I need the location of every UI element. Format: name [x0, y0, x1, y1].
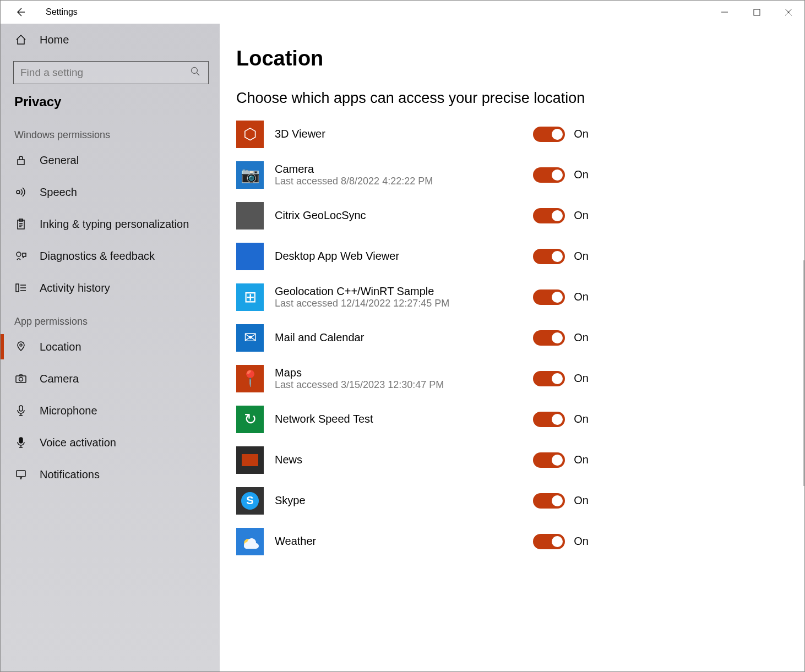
feedback-icon [14, 250, 28, 262]
app-icon: ✉ [236, 324, 264, 352]
toggle-cell: On [533, 330, 589, 346]
app-icon [236, 243, 264, 270]
svg-rect-7 [16, 284, 19, 292]
toggle-switch[interactable] [533, 249, 565, 264]
titlebar: Settings [1, 1, 804, 24]
app-info: News [275, 454, 533, 466]
sidebar-item-general[interactable]: General [2, 144, 220, 176]
maximize-button[interactable] [741, 1, 773, 24]
toggle-switch[interactable] [533, 371, 565, 386]
main-content: Location Choose which apps can access yo… [220, 24, 804, 671]
app-row: ⬡3D ViewerOn [236, 120, 589, 149]
toggle-switch[interactable] [533, 167, 565, 183]
toggle-switch[interactable] [533, 127, 565, 142]
app-row: 📍MapsLast accessed 3/15/2023 12:30:47 PM… [236, 364, 589, 393]
toggle-cell: On [533, 534, 589, 549]
svg-rect-12 [19, 438, 23, 443]
app-row: ⊞Geolocation C++/WinRT SampleLast access… [236, 283, 589, 312]
page-title: Location [236, 47, 791, 70]
app-name: Mail and Calendar [275, 331, 533, 344]
search-box[interactable] [13, 61, 209, 84]
app-info: Skype [275, 494, 533, 507]
toggle-switch[interactable] [533, 412, 565, 427]
app-last-accessed: Last accessed 8/8/2022 4:22:22 PM [275, 176, 533, 187]
toggle-cell: On [533, 493, 589, 509]
sidebar-home[interactable]: Home [2, 24, 220, 56]
toggle-state-label: On [574, 372, 589, 385]
caption-buttons [709, 1, 804, 24]
toggle-state-label: On [574, 413, 589, 425]
sidebar-item-activity-history[interactable]: Activity history [2, 272, 220, 304]
svg-rect-2 [18, 160, 24, 165]
sidebar-item-label: Microphone [40, 405, 97, 417]
app-name: Network Speed Test [275, 413, 533, 425]
sidebar-item-diagnostics[interactable]: Diagnostics & feedback [2, 240, 220, 272]
app-icon: S [236, 487, 264, 515]
app-info: 3D Viewer [275, 128, 533, 140]
toggle-switch[interactable] [533, 330, 565, 346]
app-info: Network Speed Test [275, 413, 533, 425]
category-label: Privacy [2, 90, 220, 117]
sidebar-item-label: Voice activation [40, 436, 116, 449]
toggle-state-label: On [574, 331, 589, 344]
app-info: Weather [275, 535, 533, 548]
app-info: MapsLast accessed 3/15/2023 12:30:47 PM [275, 367, 533, 391]
app-info: Desktop App Web Viewer [275, 250, 533, 263]
toggle-switch[interactable] [533, 289, 565, 305]
app-info: Geolocation C++/WinRT SampleLast accesse… [275, 285, 533, 309]
sidebar-item-label: Notifications [40, 468, 100, 481]
sidebar-item-microphone[interactable]: Microphone [2, 395, 220, 427]
toggle-switch[interactable] [533, 493, 565, 509]
toggle-cell: On [533, 208, 589, 223]
toggle-cell: On [533, 249, 589, 264]
toggle-cell: On [533, 127, 589, 142]
sidebar-item-camera[interactable]: Camera [2, 363, 220, 395]
svg-rect-11 [19, 406, 23, 411]
app-row: Desktop App Web ViewerOn [236, 242, 589, 271]
minimize-button[interactable] [709, 1, 741, 24]
app-row: Citrix GeoLocSyncOn [236, 201, 589, 230]
app-row: 📷CameraLast accessed 8/8/2022 4:22:22 PM… [236, 161, 589, 189]
microphone-icon [14, 405, 28, 417]
toggle-state-label: On [574, 454, 589, 466]
close-icon [785, 8, 792, 16]
app-name: Citrix GeoLocSync [275, 209, 533, 222]
sidebar-item-speech[interactable]: Speech [2, 176, 220, 208]
app-name: Skype [275, 494, 533, 507]
sidebar-item-notifications[interactable]: Notifications [2, 458, 220, 490]
svg-rect-13 [17, 471, 25, 477]
app-info: Citrix GeoLocSync [275, 209, 533, 222]
app-name: 3D Viewer [275, 128, 533, 140]
toggle-state-label: On [574, 209, 589, 222]
toggle-state-label: On [574, 168, 589, 181]
notifications-icon [14, 469, 28, 480]
search-input[interactable] [20, 67, 191, 79]
group-app-permissions: App permissions [2, 304, 220, 331]
close-button[interactable] [773, 1, 804, 24]
sidebar-item-location[interactable]: Location [2, 331, 220, 363]
toggle-cell: On [533, 289, 589, 305]
svg-point-8 [20, 344, 22, 346]
sidebar-item-label: Activity history [40, 282, 110, 294]
toggle-switch[interactable] [533, 534, 565, 549]
app-name: Geolocation C++/WinRT Sample [275, 285, 533, 298]
toggle-cell: On [533, 371, 589, 386]
app-row: ✉Mail and CalendarOn [236, 324, 589, 352]
toggle-state-label: On [574, 250, 589, 263]
sidebar-item-label: General [40, 154, 79, 167]
voice-activation-icon [14, 436, 28, 449]
app-icon: 📷 [236, 161, 264, 189]
app-icon [236, 528, 264, 555]
svg-rect-0 [754, 9, 760, 15]
sidebar-item-voice-activation[interactable]: Voice activation [2, 427, 220, 458]
sidebar-item-inking[interactable]: Inking & typing personalization [2, 208, 220, 240]
history-icon [14, 282, 28, 293]
app-icon: 📍 [236, 365, 264, 392]
toggle-switch[interactable] [533, 452, 565, 468]
back-button[interactable] [12, 3, 29, 21]
back-arrow-icon [15, 7, 26, 18]
search-icon [191, 67, 202, 79]
scrollbar[interactable] [803, 260, 804, 486]
speech-icon [14, 186, 28, 198]
toggle-switch[interactable] [533, 208, 565, 223]
